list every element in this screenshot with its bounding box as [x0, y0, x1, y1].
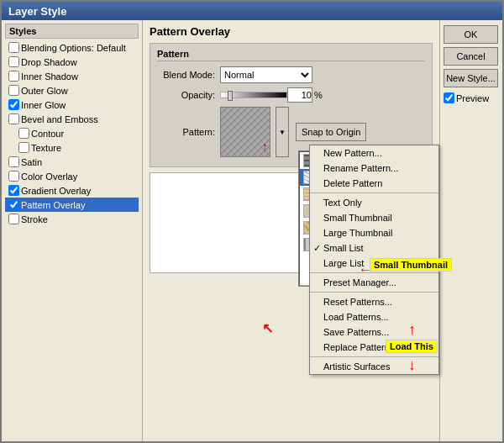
menu-item-preset-manager[interactable]: Preset Manager... — [310, 275, 438, 290]
arrow-to-pattern-overlay: ↖ — [262, 320, 273, 336]
pattern-preview: ↑ — [220, 107, 270, 157]
menu-item-delete-pattern[interactable]: Delete Pattern — [310, 176, 438, 191]
satin-checkbox[interactable] — [8, 156, 19, 167]
annotation-small-thumbnail: Small Thumbnail — [370, 258, 452, 272]
menu-item-reset-patterns[interactable]: Reset Patterns... — [310, 294, 438, 309]
pattern-overlay-label: Pattern Overlay — [21, 200, 85, 210]
inner-glow-label: Inner Glow — [21, 100, 66, 110]
sidebar-item-inner-glow[interactable]: Inner Glow — [5, 98, 139, 112]
blend-mode-select[interactable]: Normal — [220, 66, 312, 83]
sidebar-item-bevel-emboss[interactable]: Bevel and Emboss — [5, 112, 139, 126]
blend-mode-row: Blend Mode: Normal — [157, 66, 425, 83]
inner-shadow-label: Inner Shadow — [21, 71, 78, 82]
texture-checkbox[interactable] — [18, 142, 29, 153]
menu-item-load-patterns[interactable]: Load Patterns... — [310, 309, 438, 324]
contour-label: Contour — [31, 129, 64, 139]
sidebar-item-drop-shadow[interactable]: Drop Shadow — [5, 55, 139, 69]
contour-checkbox[interactable] — [18, 128, 29, 139]
menu-divider-1 — [310, 192, 438, 193]
sidebar-item-inner-shadow[interactable]: Inner Shadow — [5, 69, 139, 83]
opacity-slider-track[interactable] — [220, 92, 287, 98]
stroke-label: Stroke — [21, 214, 48, 224]
outer-glow-checkbox[interactable] — [8, 85, 19, 96]
new-style-btn[interactable]: New Style... — [444, 69, 498, 87]
texture-label: Texture — [31, 143, 61, 153]
preview-row: Preview — [444, 92, 499, 103]
bevel-emboss-label: Bevel and Emboss — [21, 114, 98, 124]
blend-mode-label: Blend Mode: — [157, 70, 220, 80]
sidebar-item-stroke[interactable]: Stroke — [5, 212, 139, 226]
styles-header: Styles — [5, 24, 139, 39]
opacity-input[interactable] — [287, 87, 312, 103]
menu-item-text-only[interactable]: Text Only — [310, 195, 438, 210]
drop-shadow-checkbox[interactable] — [8, 56, 19, 67]
sidebar-item-outer-glow[interactable]: Outer Glow — [5, 83, 139, 98]
left-panel: Styles Blending Options: Default Drop Sh… — [2, 20, 143, 441]
sidebar-item-gradient-overlay[interactable]: Gradient Overlay — [5, 183, 139, 198]
gradient-overlay-checkbox[interactable] — [8, 185, 19, 196]
menu-item-new-pattern[interactable]: New Pattern... — [310, 145, 438, 161]
gradient-overlay-label: Gradient Overlay — [21, 186, 91, 196]
dialog-title: Layer Style — [8, 5, 66, 18]
sidebar-item-pattern-overlay[interactable]: Pattern Overlay — [5, 198, 139, 212]
blending-options-checkbox[interactable] — [8, 42, 19, 53]
pattern-arrow: ↑ — [261, 140, 268, 155]
menu-item-large-thumbnail[interactable]: Large Thumbnail — [310, 225, 438, 240]
section-title: Pattern Overlay — [150, 25, 433, 38]
percent-label: % — [314, 90, 323, 100]
pattern-label: Pattern: — [157, 127, 220, 137]
blending-options-label: Blending Options: Default — [21, 43, 126, 53]
pattern-box-title: Pattern — [157, 49, 425, 61]
layer-style-dialog: Layer Style Styles Blending Options: Def… — [0, 0, 504, 443]
color-overlay-checkbox[interactable] — [8, 171, 19, 182]
menu-item-small-list[interactable]: Small List — [310, 240, 438, 256]
sidebar-item-blending-options[interactable]: Blending Options: Default — [5, 40, 139, 55]
opacity-label: Opacity: — [157, 90, 220, 100]
pattern-dropdown-btn[interactable]: ▼ — [276, 107, 289, 157]
sidebar-item-contour[interactable]: Contour — [5, 126, 139, 140]
annotation-load-this: Load This — [386, 340, 438, 353]
drop-shadow-label: Drop Shadow — [21, 57, 77, 67]
preview-checkbox[interactable] — [444, 92, 454, 103]
stroke-checkbox[interactable] — [8, 214, 19, 224]
pattern-overlay-checkbox[interactable] — [8, 199, 19, 210]
menu-divider-4 — [310, 356, 438, 357]
inner-shadow-checkbox[interactable] — [8, 71, 19, 82]
preview-label: Preview — [456, 93, 489, 103]
opacity-row: Opacity: % — [157, 87, 425, 103]
menu-item-rename-pattern[interactable]: Rename Pattern... — [310, 161, 438, 176]
sidebar-item-satin[interactable]: Satin — [5, 155, 139, 169]
bevel-emboss-checkbox[interactable] — [8, 113, 19, 124]
menu-divider-2 — [310, 272, 438, 273]
sidebar-item-color-overlay[interactable]: Color Overlay — [5, 169, 139, 183]
right-panel: OK Cancel New Style... Preview — [439, 20, 502, 441]
sidebar-item-texture[interactable]: Texture — [5, 140, 139, 155]
snap-to-origin-btn[interactable]: Snap to Origin — [296, 123, 366, 141]
menu-item-save-patterns[interactable]: Save Patterns... — [310, 324, 438, 340]
inner-glow-checkbox[interactable] — [8, 99, 19, 110]
ok-btn[interactable]: OK — [444, 25, 498, 44]
arrow-load-this: ↑ — [408, 321, 416, 339]
color-overlay-label: Color Overlay — [21, 171, 77, 182]
title-bar: Layer Style — [2, 2, 502, 20]
menu-divider-3 — [310, 292, 438, 293]
menu-item-small-thumbnail[interactable]: Small Thumbnail — [310, 210, 438, 225]
satin-label: Satin — [21, 157, 42, 167]
cancel-btn[interactable]: Cancel — [444, 47, 498, 66]
menu-item-artistic-surfaces[interactable]: Artistic Surfaces — [310, 359, 438, 374]
outer-glow-label: Outer Glow — [21, 86, 68, 96]
arrow-load-this-down: ↓ — [408, 356, 416, 374]
opacity-slider-thumb[interactable] — [228, 91, 233, 101]
arrow-to-small-thumbnail: ← — [359, 262, 372, 277]
